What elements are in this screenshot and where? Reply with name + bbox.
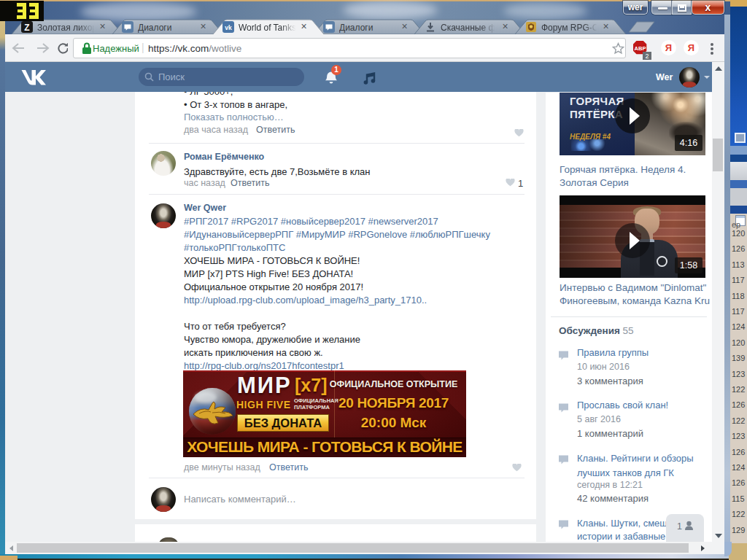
- svg-text:Z: Z: [24, 23, 29, 33]
- svg-text:ABP: ABP: [635, 45, 646, 52]
- svg-text:2: 2: [645, 52, 649, 60]
- svg-text:vk: vk: [225, 24, 232, 31]
